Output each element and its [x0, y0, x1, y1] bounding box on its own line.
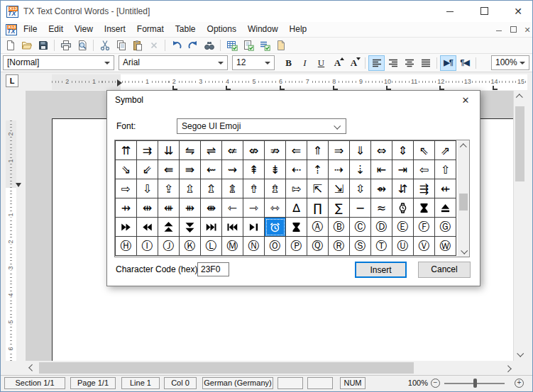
symbol-cell[interactable]: ⇳	[350, 179, 371, 198]
print-preview-button[interactable]	[74, 38, 90, 53]
symbol-cell[interactable]: Ⓖ	[435, 218, 456, 237]
symbol-font-combobox[interactable]: Segoe UI Emoji	[177, 118, 346, 134]
open-button[interactable]	[18, 38, 35, 53]
symbol-cell[interactable]: Ⓛ	[201, 237, 222, 256]
insert-field-button[interactable]	[256, 38, 273, 53]
symbol-cell[interactable]: ⇩	[137, 179, 158, 198]
symbol-cell[interactable]: Ⓦ	[435, 237, 456, 256]
symbol-cell[interactable]	[243, 218, 265, 237]
symbol-cell[interactable]	[265, 218, 286, 237]
symbol-cell[interactable]	[180, 218, 201, 237]
symbol-cell[interactable]: ⇵	[392, 179, 414, 198]
new-document-button[interactable]	[2, 38, 18, 53]
paste-button[interactable]	[129, 38, 145, 53]
indent-marker[interactable]	[117, 79, 122, 86]
menu-item-options[interactable]: Options	[202, 22, 242, 37]
symbol-cell[interactable]: ⇮	[243, 179, 265, 198]
symbol-cell[interactable]: ⇞	[243, 160, 265, 179]
symbol-cell[interactable]: ⇼	[201, 198, 222, 218]
shrink-font-button[interactable]: A	[346, 55, 362, 71]
symbol-cell[interactable]: ⇻	[180, 198, 201, 218]
scroll-right-button[interactable]	[502, 361, 515, 375]
find-button[interactable]	[201, 38, 217, 53]
symbol-cell[interactable]: ⇈	[116, 141, 137, 160]
symbol-cell[interactable]: Ⓜ	[222, 237, 243, 256]
symbol-cell[interactable]: ⇲	[329, 179, 350, 198]
dialog-title-bar[interactable]: Symbol ✕	[107, 91, 480, 110]
symbol-cell[interactable]: ⇔	[371, 141, 392, 160]
close-button[interactable]: ✕	[507, 1, 529, 22]
symbol-cell[interactable]: Ⓘ	[137, 237, 158, 256]
symbol-cell[interactable]: ⇖	[414, 141, 435, 160]
grid-scroll-thumb[interactable]	[459, 194, 468, 211]
symbol-cell[interactable]: Ⓒ	[350, 218, 371, 237]
rtl-marks-button[interactable]: ¶◀	[456, 55, 473, 71]
save-button[interactable]	[35, 38, 51, 53]
symbol-cell[interactable]: ⇛	[180, 160, 201, 179]
symbol-cell[interactable]: Ⓢ	[350, 237, 371, 256]
symbol-cell[interactable]: ⇗	[435, 141, 456, 160]
undo-button[interactable]	[168, 38, 185, 53]
tab-type-selector[interactable]: L	[6, 74, 18, 87]
symbol-cell[interactable]: ⇧	[435, 160, 456, 179]
symbol-cell[interactable]: ⇍	[222, 141, 243, 160]
symbol-cell[interactable]: Ⓙ	[158, 237, 180, 256]
formatting-marks-button[interactable]: ▶¶	[440, 55, 456, 71]
justify-button[interactable]	[417, 55, 434, 71]
print-button[interactable]	[57, 38, 74, 53]
symbol-cell[interactable]: ⇿	[265, 198, 286, 218]
minimize-button[interactable]	[439, 1, 461, 22]
zoom-out-button[interactable]: −	[431, 379, 440, 388]
insert-text-frame-button[interactable]	[240, 38, 256, 53]
symbol-cell[interactable]: Ⓡ	[329, 237, 350, 256]
symbol-cell[interactable]: ⇎	[243, 141, 265, 160]
symbol-cell[interactable]: ⇜	[201, 160, 222, 179]
character-code-input[interactable]	[197, 262, 229, 276]
mdi-close-button[interactable]: ✕	[521, 25, 533, 35]
font-size-combobox[interactable]: 12	[232, 55, 275, 70]
symbol-cell[interactable]: ⇚	[158, 160, 180, 179]
symbol-cell[interactable]: Ⓝ	[243, 237, 265, 256]
symbol-cell[interactable]: ⇴	[371, 179, 392, 198]
symbol-cell[interactable]: ⇹	[137, 198, 158, 218]
symbol-cell[interactable]: ⇠	[286, 160, 307, 179]
menu-item-window[interactable]: Window	[242, 22, 284, 37]
symbol-cell[interactable]: Ⓓ	[371, 218, 392, 237]
symbol-cell[interactable]: ⇪	[158, 179, 180, 198]
horizontal-scroll-thumb[interactable]	[39, 362, 414, 374]
grow-font-button[interactable]: A	[329, 55, 346, 71]
menu-item-format[interactable]: Format	[131, 22, 170, 37]
symbol-cell[interactable]: Ⓑ	[329, 218, 350, 237]
symbol-cell[interactable]: ⇓	[350, 141, 371, 160]
symbol-cell[interactable]: ⇙	[137, 160, 158, 179]
symbol-cell[interactable]: Ⓟ	[286, 237, 307, 256]
symbol-cell[interactable]: −	[350, 198, 371, 218]
symbol-cell[interactable]: ⇐	[286, 141, 307, 160]
symbol-cell[interactable]	[137, 218, 158, 237]
symbol-cell[interactable]: ∑	[329, 198, 350, 218]
font-combobox[interactable]: Arial	[119, 55, 228, 70]
menu-item-help[interactable]: Help	[284, 22, 313, 37]
symbol-cell[interactable]: ⇷	[435, 179, 456, 198]
align-center-button[interactable]	[401, 55, 417, 71]
vertical-scroll-thumb[interactable]	[515, 106, 524, 181]
symbol-cell[interactable]	[435, 198, 456, 218]
grid-scroll-up-button[interactable]	[458, 140, 469, 152]
symbol-cell[interactable]: ⇾	[243, 198, 265, 218]
symbol-cell[interactable]: ⇭	[222, 179, 243, 198]
menu-item-view[interactable]: View	[69, 22, 99, 37]
symbol-cell[interactable]: ⇦	[414, 160, 435, 179]
insert-button[interactable]: Insert	[355, 262, 407, 278]
symbol-cell[interactable]: Ⓕ	[414, 218, 435, 237]
zoom-combobox[interactable]: 100%	[491, 55, 529, 70]
menu-item-table[interactable]: Table	[170, 22, 202, 37]
horizontal-scrollbar[interactable]	[1, 361, 532, 375]
tab-stop-marker[interactable]	[493, 86, 498, 90]
symbol-cell[interactable]: ⇫	[180, 179, 201, 198]
symbol-cell[interactable]: ⇘	[116, 160, 137, 179]
cancel-button[interactable]: Cancel	[418, 262, 471, 278]
cut-button[interactable]	[97, 38, 113, 53]
symbol-cell[interactable]: ⇊	[158, 141, 180, 160]
symbol-cell[interactable]: ⇶	[414, 179, 435, 198]
underline-button[interactable]: U	[313, 55, 329, 71]
